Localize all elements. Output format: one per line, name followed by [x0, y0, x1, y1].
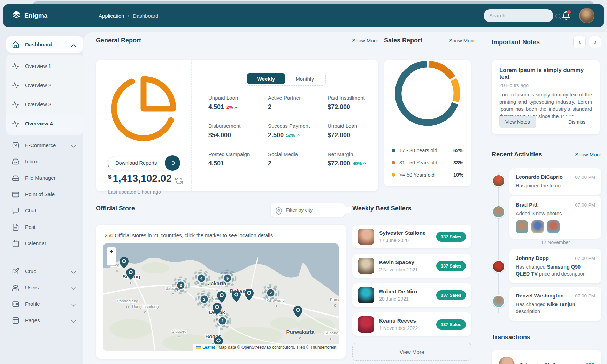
official-store-title: Official Store	[96, 205, 135, 212]
svg-text:4: 4	[200, 276, 203, 280]
leaflet-link[interactable]: Leaflet	[202, 345, 215, 350]
legend-dot	[392, 173, 395, 177]
sidebar-item-post[interactable]: Post	[6, 219, 83, 235]
sidebar-item-label: Chat	[25, 208, 36, 214]
activity-avatar[interactable]	[492, 206, 505, 218]
recent-activities-show-more[interactable]: Show More	[575, 152, 601, 157]
activity-avatar[interactable]	[492, 260, 505, 273]
general-report-show-more[interactable]: Show More	[352, 38, 378, 44]
view-notes-button[interactable]: View Notes	[499, 116, 536, 128]
activity-avatar[interactable]	[492, 175, 505, 187]
toggle-monthly[interactable]: Monthly	[285, 73, 324, 84]
breadcrumb-application[interactable]: Application	[99, 13, 124, 19]
transaction-row[interactable]: Sylvester Stallone +$77	[492, 350, 601, 364]
activity-card[interactable]: Johnny Depp 07:00 PM Has changed Samsung…	[509, 249, 601, 283]
map-pin-icon	[275, 207, 283, 213]
sidebar-submenu: Overview 1 Overview 2 Overview 3 Overvie…	[6, 55, 83, 135]
stat-disbursement: Disbursement $54.000	[208, 123, 264, 139]
sidebar-item-inbox[interactable]: Inbox	[6, 153, 83, 170]
sidebar-item-overview-1[interactable]: Overview 1	[6, 56, 83, 76]
sales-report-show-more[interactable]: Show More	[449, 38, 475, 44]
arrow-right-icon[interactable]	[165, 155, 180, 171]
notes-next-button[interactable]	[589, 36, 601, 48]
sidebar-item-users[interactable]: Users	[6, 279, 83, 296]
map-attribution: Leaflet | Map data © OpenStreetMap contr…	[193, 344, 339, 351]
breadcrumb-dashboard[interactable]: Dashboard	[133, 13, 158, 19]
sidebar-item-overview-2[interactable]: Overview 2	[6, 76, 83, 95]
notes-prev-button[interactable]	[573, 36, 586, 48]
map-cluster-marker[interactable]: 2	[196, 291, 212, 307]
stat-label: Unpaid Loan	[328, 123, 383, 129]
sidebar-item-point-of-sale[interactable]: Point of Sale	[6, 186, 83, 202]
view-more-button[interactable]: View More	[352, 343, 471, 361]
user-avatar[interactable]	[579, 8, 594, 23]
sidebar-item-crud[interactable]: Crud	[6, 263, 83, 279]
notifications-bell-icon[interactable]	[562, 11, 571, 20]
seller-name: Keanu Reeves	[379, 318, 418, 324]
important-note-card[interactable]: Lorem Ipsum is simply dummy text 20 Hour…	[492, 60, 600, 134]
navbar-divider	[89, 10, 89, 21]
activity-card[interactable]: Brad Pitt 07:00 PM Added 3 new photos	[509, 196, 601, 239]
age-donut-chart[interactable]	[384, 60, 471, 127]
map-zoom-out-button[interactable]: −	[107, 256, 116, 265]
map-cluster-marker[interactable]: 2	[173, 277, 189, 293]
legend-value: 10%	[453, 172, 463, 178]
stat-value: $72.00049%	[328, 160, 383, 167]
map-city-label: Subang	[324, 331, 338, 335]
best-seller-row[interactable]: Robert De Niro 20 June 2021 137 Sales	[352, 283, 471, 307]
activity-card[interactable]: Leonardo DiCaprio 07:00 PM Has joined th…	[509, 168, 601, 195]
activity-avatar[interactable]	[492, 295, 505, 308]
sidebar-item-e-commerce[interactable]: E-Commerce	[6, 137, 83, 153]
sidebar-item-calendar[interactable]: Calendar	[6, 235, 83, 251]
ecommerce-icon	[12, 141, 20, 149]
breadcrumb-separator: ›	[128, 13, 129, 18]
best-seller-row[interactable]: Sylvester Stallone 17 June 2020 137 Sale…	[352, 225, 471, 248]
best-seller-row[interactable]: Keanu Reeves 1 November 2022 137 Sales	[352, 312, 471, 336]
activity-photo[interactable]	[531, 220, 544, 233]
search-box[interactable]	[484, 9, 553, 22]
map-cluster-marker[interactable]: 4	[193, 270, 209, 286]
legend-value: 62%	[453, 148, 463, 153]
activity-photo[interactable]	[547, 220, 560, 233]
brand[interactable]: Enigma	[13, 11, 89, 21]
download-reports-button[interactable]: Download Reports	[108, 156, 179, 170]
recent-activities-header: Recent Activities Show More	[492, 151, 601, 158]
activity-card[interactable]: Denzel Washington 07:00 PM Has changed N…	[509, 287, 601, 321]
edit-icon	[12, 268, 20, 275]
sidebar-item-overview-4[interactable]: Overview 4	[6, 114, 83, 133]
sidebar-item-file-manager[interactable]: File Manager	[6, 170, 83, 186]
map-cluster-marker[interactable]: 5	[220, 270, 236, 286]
map-city-label: Cigudeg	[172, 329, 187, 333]
store-map[interactable]: SerangJakartaBekasiDepokBogorPurwakartaC…	[103, 243, 339, 351]
sidebar-item-overview-3[interactable]: Overview 3	[6, 95, 83, 114]
currency-sign: $	[108, 173, 111, 180]
filter-by-city-input[interactable]	[286, 207, 351, 213]
dismiss-button[interactable]: Dismiss	[562, 116, 592, 128]
search-icon[interactable]	[554, 13, 562, 19]
filter-by-city-box[interactable]	[271, 203, 345, 217]
stat-label: Disbursement	[208, 123, 264, 129]
stat-change-badge: 2%	[226, 104, 238, 110]
recent-activities-title: Recent Activities	[492, 151, 542, 158]
chevron-down-icon	[70, 142, 77, 148]
sidebar: Dashboard Overview 1 Overview 2 Overview…	[6, 36, 83, 328]
best-seller-row[interactable]: Kevin Spacey 2 November 2021 137 Sales	[352, 254, 471, 278]
donut-segment[interactable]	[453, 80, 457, 102]
sidebar-item-profile[interactable]: Profile	[6, 296, 83, 312]
activity-icon	[12, 62, 20, 70]
map-zoom-in-button[interactable]: +	[107, 247, 116, 256]
search-input[interactable]	[489, 13, 554, 18]
activity-photo[interactable]	[516, 220, 528, 233]
map-cluster-marker[interactable]: 2	[263, 285, 279, 301]
users-icon	[12, 284, 20, 292]
toggle-weekly[interactable]: Weekly	[247, 73, 285, 84]
download-reports-label: Download Reports	[115, 160, 157, 166]
sidebar-item-dashboard[interactable]: Dashboard	[6, 36, 83, 53]
map-cluster-marker[interactable]: 2	[214, 313, 230, 329]
sidebar-item-label: Users	[25, 285, 39, 291]
donut-segment[interactable]	[429, 64, 452, 78]
sidebar-item-pages[interactable]: Pages	[6, 312, 83, 328]
activity-description: Has changed Nike Tanjun description	[516, 301, 595, 315]
refresh-icon[interactable]	[175, 176, 183, 182]
sidebar-item-chat[interactable]: Chat	[6, 202, 83, 219]
